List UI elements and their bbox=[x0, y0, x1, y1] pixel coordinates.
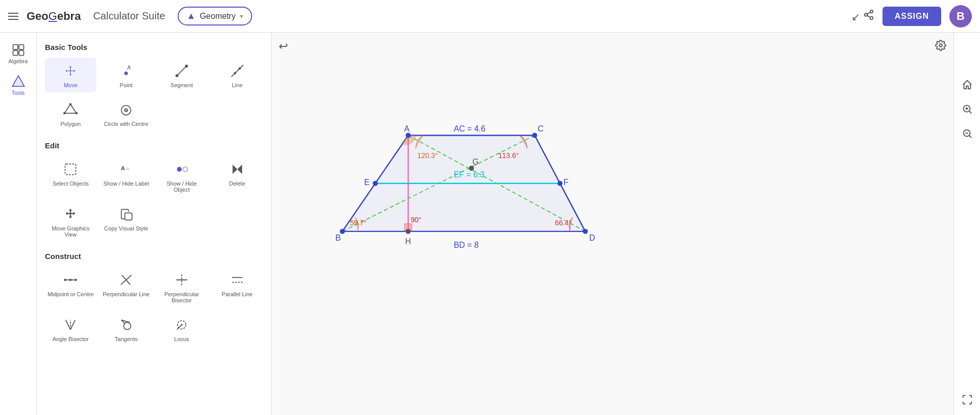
svg-text:E: E bbox=[364, 178, 370, 187]
tool-show-hide-label[interactable]: A A Show / Hide Label bbox=[101, 156, 152, 197]
share-icon[interactable]: ↙ bbox=[851, 9, 874, 23]
svg-text:D: D bbox=[590, 234, 595, 242]
svg-point-33 bbox=[64, 279, 67, 281]
tool-move-graphics[interactable]: Move Graphics View bbox=[45, 201, 96, 242]
delete-icon bbox=[228, 160, 247, 178]
svg-text:C: C bbox=[537, 124, 543, 133]
midpoint-icon bbox=[61, 271, 80, 289]
svg-point-14 bbox=[185, 65, 188, 68]
label-AC: AC = 4.6 bbox=[454, 124, 485, 133]
tool-perp-bisector[interactable]: Perpendicular Bisector bbox=[156, 267, 208, 307]
home-button[interactable] bbox=[958, 75, 976, 94]
topbar-right: ↙ ASSIGN B bbox=[851, 5, 972, 28]
edit-tools-grid: Select Objects A A Show / Hide Label bbox=[45, 156, 263, 242]
tool-move[interactable]: Move bbox=[45, 58, 96, 92]
tool-show-hide-object[interactable]: Show / Hide Object bbox=[156, 156, 208, 197]
perp-bisector-icon bbox=[173, 271, 191, 289]
basic-tools-grid: Move A Point bbox=[45, 58, 263, 131]
canvas-area[interactable]: ↩ bbox=[272, 33, 980, 415]
geometry-icon: ▲ bbox=[187, 11, 196, 21]
svg-line-80 bbox=[969, 136, 971, 138]
svg-point-35 bbox=[69, 279, 72, 281]
chevron-down-icon: ▾ bbox=[240, 13, 243, 20]
svg-point-52 bbox=[181, 324, 183, 326]
svg-marker-30 bbox=[232, 165, 242, 174]
svg-point-24 bbox=[126, 110, 127, 111]
svg-point-34 bbox=[75, 279, 78, 281]
svg-point-0 bbox=[870, 10, 873, 13]
angle-C: 113.6° bbox=[498, 151, 519, 160]
svg-rect-5 bbox=[13, 45, 17, 49]
tool-copy-visual[interactable]: Copy Visual Style bbox=[101, 201, 152, 242]
angle-A: 120.3° bbox=[418, 151, 438, 160]
sidebar-item-tools[interactable]: Tools bbox=[3, 70, 34, 100]
construct-tools-grid: Midpoint or Centre Perpendicular Line bbox=[45, 267, 263, 346]
zoom-in-button[interactable] bbox=[958, 100, 976, 118]
svg-point-62 bbox=[583, 229, 588, 234]
logo: GeoGebra bbox=[27, 10, 81, 23]
tool-locus[interactable]: Locus bbox=[156, 312, 208, 346]
tools-panel: Basic Tools Move A Point bbox=[37, 33, 272, 415]
tool-midpoint[interactable]: Midpoint or Centre bbox=[45, 267, 96, 307]
svg-point-60 bbox=[532, 133, 537, 138]
user-avatar[interactable]: B bbox=[949, 5, 972, 28]
tool-angle-bisector[interactable]: Angle Bisector bbox=[45, 312, 96, 346]
svg-point-63 bbox=[373, 181, 378, 186]
svg-rect-6 bbox=[19, 45, 23, 49]
move-icon bbox=[61, 62, 80, 80]
zoom-out-button[interactable] bbox=[958, 124, 976, 143]
svg-point-11 bbox=[125, 71, 128, 75]
svg-marker-9 bbox=[12, 75, 24, 86]
svg-line-76 bbox=[969, 111, 971, 114]
angle-H: 90° bbox=[411, 216, 422, 224]
svg-point-64 bbox=[557, 181, 562, 186]
menu-button[interactable] bbox=[8, 13, 18, 20]
svg-text:A: A bbox=[126, 166, 130, 171]
tool-delete[interactable]: Delete bbox=[211, 156, 263, 197]
svg-text:A: A bbox=[121, 165, 126, 171]
svg-point-13 bbox=[176, 74, 179, 77]
svg-point-21 bbox=[63, 112, 66, 115]
parallel-line-icon bbox=[228, 271, 247, 289]
svg-line-45 bbox=[70, 320, 75, 330]
tool-parallel-line[interactable]: Parallel Line bbox=[211, 267, 263, 307]
svg-marker-18 bbox=[65, 105, 77, 114]
svg-line-37 bbox=[122, 275, 130, 285]
tangents-icon bbox=[117, 316, 135, 334]
perp-line-icon bbox=[117, 271, 135, 289]
settings-button[interactable] bbox=[935, 40, 946, 54]
svg-line-3 bbox=[867, 15, 870, 17]
fullscreen-button[interactable] bbox=[958, 391, 976, 409]
tool-tangents[interactable]: Tangents bbox=[101, 312, 152, 346]
tool-circle-centre[interactable]: Circle with Centre bbox=[101, 96, 152, 131]
circle-centre-icon bbox=[117, 100, 135, 119]
tool-select-objects[interactable]: Select Objects bbox=[45, 156, 96, 197]
move-graphics-icon bbox=[61, 205, 80, 223]
svg-point-2 bbox=[870, 17, 873, 19]
locus-icon bbox=[173, 316, 191, 334]
svg-point-1 bbox=[864, 13, 867, 16]
tool-polygon[interactable]: Polygon bbox=[45, 96, 96, 131]
copy-visual-icon bbox=[117, 205, 135, 223]
main-area: Algebra Tools Basic Tools Move A bbox=[0, 33, 980, 415]
tool-line[interactable]: Line bbox=[211, 58, 263, 92]
basic-tools-title: Basic Tools bbox=[45, 43, 263, 51]
point-icon: A bbox=[117, 62, 135, 80]
svg-text:F: F bbox=[564, 178, 569, 187]
svg-point-19 bbox=[69, 103, 72, 106]
angle-bisector-icon bbox=[61, 316, 80, 334]
tool-perp-line[interactable]: Perpendicular Line bbox=[101, 267, 152, 307]
tool-point[interactable]: A Point bbox=[101, 58, 152, 92]
geometry-selector[interactable]: ▲ Geometry ▾ bbox=[178, 7, 252, 25]
geometry-canvas[interactable]: A C B D E F G H AC = 4.6 EF = 6.3 BD = 8… bbox=[272, 33, 980, 415]
svg-point-20 bbox=[76, 112, 78, 115]
segment-icon bbox=[173, 62, 191, 80]
tool-segment[interactable]: Segment bbox=[156, 58, 208, 92]
svg-text:B: B bbox=[335, 234, 341, 242]
svg-line-15 bbox=[231, 65, 243, 76]
svg-rect-25 bbox=[65, 164, 76, 175]
svg-text:H: H bbox=[405, 237, 411, 246]
polygon-icon bbox=[61, 100, 80, 119]
sidebar-item-algebra[interactable]: Algebra bbox=[3, 39, 34, 68]
assign-button[interactable]: ASSIGN bbox=[883, 7, 941, 26]
